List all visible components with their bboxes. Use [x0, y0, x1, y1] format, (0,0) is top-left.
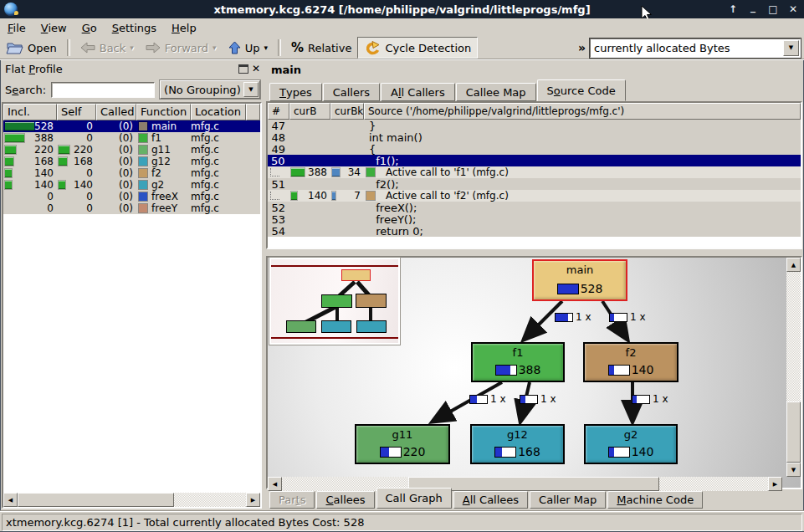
scrollbar-track[interactable]	[174, 493, 246, 507]
tab-source-code[interactable]: Source Code	[537, 79, 626, 101]
tab-all-callers[interactable]: All Callers	[381, 83, 455, 101]
dock-close-icon[interactable]: ✕	[252, 64, 260, 74]
table-row-g12[interactable]: 168 168 (0) g12 mfg.c	[3, 156, 260, 167]
table-row-f1[interactable]: 388 0 (0) f1 mfg.c	[3, 132, 260, 144]
tab-machine-code[interactable]: Machine Code	[607, 491, 703, 509]
horizontal-splitter[interactable]	[266, 249, 802, 256]
graph-node-f2[interactable]: f2 140	[583, 342, 679, 382]
scroll-down-icon[interactable]: ▼	[786, 463, 801, 477]
tab-parts[interactable]: Parts	[269, 491, 315, 509]
cost-bar	[332, 168, 340, 176]
combo-arrow-icon[interactable]: ▼	[783, 40, 799, 56]
menu-settings[interactable]: Settings	[105, 20, 164, 36]
table-row-main[interactable]: 528 0 (0) main mfg.c	[3, 120, 260, 132]
status-message: xtmemory.kcg.6274 [1] - Total currently …	[2, 514, 802, 531]
flat-profile-dock-header[interactable]: Flat Profile ✕	[2, 60, 262, 77]
menu-help[interactable]: Help	[164, 20, 204, 36]
graph-node-g11[interactable]: g11 220	[355, 424, 450, 464]
call-graph-panel[interactable]: main 528 f1 388 f2 140 g11 220 g12 168 g…	[266, 256, 802, 489]
back-button[interactable]: Back ▾	[74, 38, 140, 58]
combo-arrow-icon[interactable]: ▼	[243, 82, 259, 97]
node-label: g2	[624, 428, 638, 441]
shade-button[interactable]: ↑	[727, 3, 739, 15]
window-title: xtmemory.kcg.6274 [/home/philippe/valgri…	[0, 3, 804, 16]
toolbar-overflow-icon[interactable]: »	[578, 41, 586, 54]
up-dropdown-chevron[interactable]: ▾	[264, 44, 268, 52]
minimize-button[interactable]: _	[747, 1, 759, 13]
source-line-selected[interactable]: 50 f1();	[268, 155, 801, 166]
cost-bar	[5, 181, 12, 189]
source-call-line[interactable]: 388 34 Active call to 'f1' (mfg.c)	[268, 166, 801, 178]
dock-float-icon[interactable]	[238, 64, 248, 74]
column-header-function[interactable]: Function	[136, 104, 191, 120]
table-row-freeY[interactable]: 0 0 (0) freeY mfg.c	[3, 202, 260, 214]
graph-vscrollbar[interactable]: ▲ ▼	[786, 258, 801, 477]
table-row-freeX[interactable]: 0 0 (0) freeX mfg.c	[3, 191, 260, 202]
column-header-curB[interactable]: curB	[289, 103, 330, 120]
node-cost: 220	[403, 445, 426, 458]
tab-all-callees[interactable]: All Callees	[453, 491, 528, 509]
source-line[interactable]: 49 {	[268, 143, 801, 155]
menu-bar: File View Go Settings Help	[0, 18, 804, 38]
menu-file[interactable]: File	[0, 20, 33, 36]
column-header-source[interactable]: Source ('/home/philippe/valgrind/littlep…	[364, 103, 801, 120]
column-header-curBk[interactable]: curBk	[330, 103, 364, 120]
scroll-right-icon[interactable]: ▶	[768, 477, 782, 491]
column-header-location[interactable]: Location	[191, 104, 246, 120]
open-button[interactable]: Open	[0, 38, 63, 58]
forward-button[interactable]: Forward ▾	[140, 38, 223, 58]
source-line[interactable]: 53 freeY();	[268, 213, 801, 225]
close-button[interactable]: ✕	[787, 3, 799, 15]
tab-types[interactable]: Types	[269, 83, 322, 101]
tab-callers[interactable]: Callers	[323, 83, 380, 101]
column-header-line[interactable]: #	[268, 103, 289, 120]
scroll-left-icon[interactable]: ◀	[3, 493, 18, 507]
graph-node-main[interactable]: main 528	[532, 259, 627, 301]
search-input[interactable]	[51, 82, 155, 98]
node-cost: 140	[632, 363, 654, 376]
scrollbar-thumb[interactable]	[18, 493, 174, 507]
up-button[interactable]: Up ▾	[223, 38, 274, 58]
edge-label-f2-g2: 1 x	[632, 393, 668, 405]
title-bar[interactable]: xtmemory.kcg.6274 [/home/philippe/valgri…	[0, 0, 804, 18]
table-row-g11[interactable]: 220 220 (0) g11 mfg.c	[3, 144, 260, 156]
source-line[interactable]: 52 freeX();	[268, 202, 801, 213]
graph-node-g12[interactable]: g12 168	[470, 424, 565, 464]
graph-node-f1[interactable]: f1 388	[471, 342, 565, 382]
source-line[interactable]: 51 f2();	[268, 178, 801, 190]
source-call-line[interactable]: 140 7 Active call to 'f2' (mfg.c)	[268, 190, 801, 202]
cycle-detection-toggle-button[interactable]: Cycle Detection	[357, 37, 478, 59]
node-cost: 168	[518, 445, 540, 458]
scroll-right-icon[interactable]: ▶	[246, 493, 260, 507]
column-header-self[interactable]: Self	[57, 104, 96, 120]
source-line[interactable]: 54 return 0;	[268, 225, 801, 237]
menu-view[interactable]: View	[33, 20, 74, 36]
column-header-incl[interactable]: Incl.	[3, 104, 57, 120]
source-line[interactable]: 47 }	[268, 120, 801, 131]
back-dropdown-chevron[interactable]: ▾	[130, 44, 134, 52]
relative-toggle-button[interactable]: % Relative	[285, 38, 357, 58]
tab-call-graph[interactable]: Call Graph	[376, 488, 452, 509]
tab-callees[interactable]: Callees	[316, 491, 374, 509]
main-window: xtmemory.kcg.6274 [/home/philippe/valgri…	[0, 0, 804, 532]
scrollbar-thumb[interactable]	[786, 402, 801, 463]
menu-go[interactable]: Go	[74, 20, 105, 36]
graph-node-g2[interactable]: g2 140	[584, 424, 678, 464]
forward-dropdown-chevron[interactable]: ▾	[213, 44, 217, 52]
scrollbar-track[interactable]	[786, 272, 801, 402]
table-row-g2[interactable]: 140 140 (0) g2 mfg.c	[3, 179, 260, 191]
tab-caller-map[interactable]: Caller Map	[530, 491, 606, 509]
node-cost: 528	[581, 282, 603, 295]
flat-profile-hscrollbar[interactable]: ◀ ▶	[3, 493, 260, 507]
grouping-select[interactable]: (No Grouping) ▼	[160, 80, 260, 99]
event-type-select[interactable]: currently allocated Bytes ▼	[590, 38, 801, 58]
table-row-f2[interactable]: 140 0 (0) f2 mfg.c	[3, 167, 260, 179]
function-color-icon	[366, 168, 375, 176]
scroll-up-icon[interactable]: ▲	[786, 258, 801, 272]
node-cost-bar	[608, 447, 630, 458]
edge-cost-bar	[555, 313, 573, 322]
source-line[interactable]: 48 int main()	[268, 131, 801, 143]
column-header-called[interactable]: Called	[96, 104, 136, 120]
maximize-button[interactable]: □	[767, 3, 779, 15]
tab-callee-map[interactable]: Callee Map	[456, 83, 536, 101]
